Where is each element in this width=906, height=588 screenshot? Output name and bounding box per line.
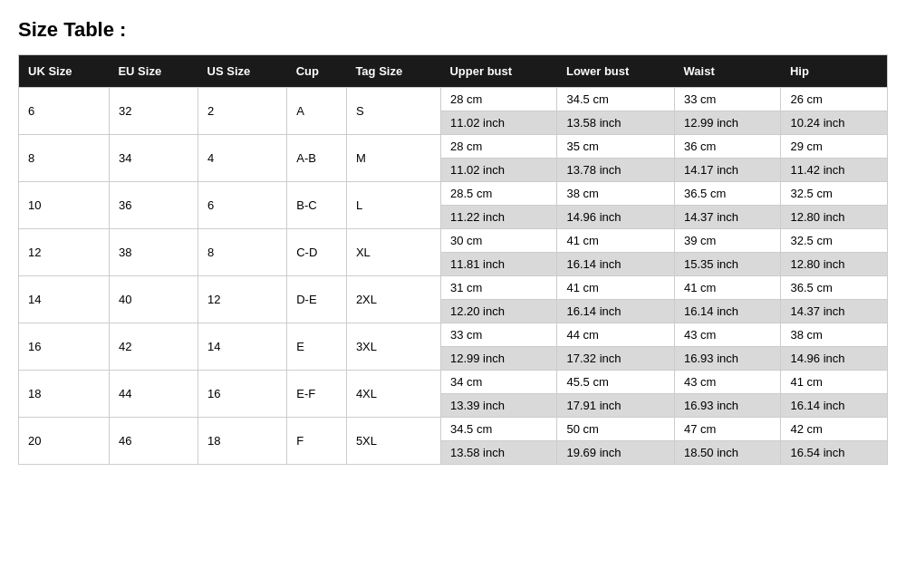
measurement-inch-cell: 11.22 inch	[440, 206, 557, 229]
measurement-cm-cell: 32.5 cm	[781, 229, 888, 253]
tag-size-cell: 2XL	[346, 276, 440, 323]
measurement-inch-cell: 16.14 inch	[557, 300, 675, 323]
eu-size-cell: 42	[109, 323, 198, 371]
uk-size-cell: 10	[19, 182, 110, 229]
measurement-cm-cell: 38 cm	[781, 323, 888, 347]
uk-size-cell: 14	[19, 276, 110, 323]
column-header-waist: Waist	[675, 55, 781, 88]
measurement-cm-cell: 47 cm	[675, 418, 781, 441]
table-row: 12388C-DXL30 cm41 cm39 cm32.5 cm	[19, 229, 888, 253]
measurement-inch-cell: 13.78 inch	[557, 159, 675, 182]
tag-size-cell: 4XL	[346, 371, 440, 418]
measurement-inch-cell: 13.58 inch	[557, 111, 675, 135]
measurement-cm-cell: 41 cm	[557, 276, 675, 300]
measurement-cm-cell: 33 cm	[675, 88, 781, 111]
tag-size-cell: M	[346, 135, 440, 182]
measurement-inch-cell: 16.14 inch	[781, 394, 888, 418]
column-header-uk-size: UK Size	[19, 55, 110, 88]
uk-size-cell: 16	[19, 323, 110, 371]
measurement-inch-cell: 14.96 inch	[781, 347, 888, 371]
column-header-eu-size: EU Size	[109, 55, 198, 88]
table-header-row: UK SizeEU SizeUS SizeCupTag SizeUpper bu…	[19, 55, 888, 88]
measurement-inch-cell: 11.42 inch	[781, 159, 888, 182]
measurement-inch-cell: 16.14 inch	[557, 253, 675, 276]
size-table: UK SizeEU SizeUS SizeCupTag SizeUpper bu…	[18, 54, 888, 465]
eu-size-cell: 46	[109, 418, 198, 465]
us-size-cell: 16	[198, 371, 287, 418]
measurement-cm-cell: 31 cm	[440, 276, 557, 300]
uk-size-cell: 6	[19, 88, 110, 135]
measurement-inch-cell: 16.14 inch	[675, 300, 781, 323]
column-header-tag-size: Tag Size	[346, 55, 440, 88]
cup-cell: B-C	[287, 182, 347, 229]
measurement-inch-cell: 16.93 inch	[675, 394, 781, 418]
measurement-cm-cell: 30 cm	[440, 229, 557, 253]
measurement-inch-cell: 12.80 inch	[781, 253, 888, 276]
measurement-cm-cell: 26 cm	[781, 88, 888, 111]
eu-size-cell: 36	[109, 182, 198, 229]
table-row: 144012D-E2XL31 cm41 cm41 cm36.5 cm	[19, 276, 888, 300]
uk-size-cell: 20	[19, 418, 110, 465]
eu-size-cell: 34	[109, 135, 198, 182]
measurement-inch-cell: 16.54 inch	[781, 441, 888, 465]
cup-cell: C-D	[287, 229, 347, 276]
measurement-cm-cell: 44 cm	[557, 323, 675, 347]
us-size-cell: 14	[198, 323, 287, 371]
measurement-inch-cell: 11.02 inch	[440, 111, 557, 135]
measurement-cm-cell: 32.5 cm	[781, 182, 888, 206]
cup-cell: E	[287, 323, 347, 371]
measurement-inch-cell: 13.39 inch	[440, 394, 557, 418]
table-row: 164214E3XL33 cm44 cm43 cm38 cm	[19, 323, 888, 347]
measurement-inch-cell: 19.69 inch	[557, 441, 675, 465]
tag-size-cell: 3XL	[346, 323, 440, 371]
us-size-cell: 8	[198, 229, 287, 276]
measurement-cm-cell: 33 cm	[440, 323, 557, 347]
measurement-inch-cell: 13.58 inch	[440, 441, 557, 465]
us-size-cell: 12	[198, 276, 287, 323]
cup-cell: E-F	[287, 371, 347, 418]
measurement-inch-cell: 18.50 inch	[675, 441, 781, 465]
eu-size-cell: 32	[109, 88, 198, 135]
cup-cell: A	[287, 88, 347, 135]
measurement-cm-cell: 38 cm	[557, 182, 675, 206]
column-header-lower-bust: Lower bust	[557, 55, 675, 88]
uk-size-cell: 12	[19, 229, 110, 276]
us-size-cell: 2	[198, 88, 287, 135]
uk-size-cell: 8	[19, 135, 110, 182]
measurement-inch-cell: 12.99 inch	[440, 347, 557, 371]
table-row: 6322AS28 cm34.5 cm33 cm26 cm	[19, 88, 888, 111]
measurement-cm-cell: 42 cm	[781, 418, 888, 441]
measurement-cm-cell: 41 cm	[557, 229, 675, 253]
measurement-cm-cell: 29 cm	[781, 135, 888, 159]
tag-size-cell: L	[346, 182, 440, 229]
column-header-cup: Cup	[287, 55, 347, 88]
tag-size-cell: S	[346, 88, 440, 135]
measurement-cm-cell: 45.5 cm	[557, 371, 675, 394]
measurement-cm-cell: 41 cm	[781, 371, 888, 394]
measurement-cm-cell: 34 cm	[440, 371, 557, 394]
measurement-inch-cell: 14.37 inch	[675, 206, 781, 229]
page-title: Size Table :	[18, 18, 888, 42]
measurement-cm-cell: 35 cm	[557, 135, 675, 159]
measurement-cm-cell: 36.5 cm	[781, 276, 888, 300]
measurement-inch-cell: 14.37 inch	[781, 300, 888, 323]
eu-size-cell: 44	[109, 371, 198, 418]
cup-cell: A-B	[287, 135, 347, 182]
measurement-inch-cell: 10.24 inch	[781, 111, 888, 135]
measurement-inch-cell: 14.96 inch	[557, 206, 675, 229]
measurement-inch-cell: 12.99 inch	[675, 111, 781, 135]
tag-size-cell: 5XL	[346, 418, 440, 465]
table-row: 10366B-CL28.5 cm38 cm36.5 cm32.5 cm	[19, 182, 888, 206]
measurement-cm-cell: 28 cm	[440, 135, 557, 159]
measurement-inch-cell: 17.91 inch	[557, 394, 675, 418]
us-size-cell: 6	[198, 182, 287, 229]
measurement-inch-cell: 16.93 inch	[675, 347, 781, 371]
measurement-cm-cell: 28.5 cm	[440, 182, 557, 206]
cup-cell: F	[287, 418, 347, 465]
us-size-cell: 4	[198, 135, 287, 182]
measurement-cm-cell: 34.5 cm	[440, 418, 557, 441]
measurement-inch-cell: 12.80 inch	[781, 206, 888, 229]
eu-size-cell: 38	[109, 229, 198, 276]
measurement-cm-cell: 50 cm	[557, 418, 675, 441]
measurement-cm-cell: 34.5 cm	[557, 88, 675, 111]
